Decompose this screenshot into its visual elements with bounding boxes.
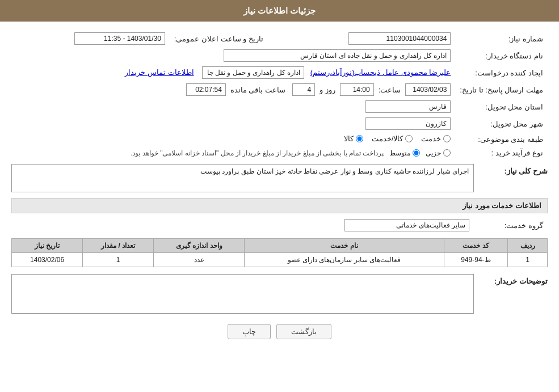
created-by-link[interactable]: علیرضا محمودی عامل ذیحساب(نورآباد،رستم) <box>310 68 451 77</box>
buyer-notes-label: توضیحات خریدار: <box>480 274 548 285</box>
table-cell-date: 1403/02/06 <box>12 253 83 267</box>
table-cell-code: ط-94-949 <box>444 253 508 267</box>
table-cell-row: 1 <box>508 253 548 267</box>
table-cell-quantity: 1 <box>83 253 154 267</box>
request-number-label: شماره نیاز: <box>455 30 548 47</box>
remaining-label: ساعت باقی مانده <box>230 86 285 94</box>
contact-link[interactable]: اطلاعات تماس خریدار <box>125 68 194 77</box>
public-date-label: تاریخ و ساعت اعلان عمومی: <box>170 30 268 47</box>
buyer-notes-textarea[interactable] <box>11 274 474 314</box>
created-by-label: ایجاد کننده درخواست: <box>455 64 548 81</box>
col-header-row: ردیف <box>508 239 548 253</box>
page-title: جزئیات اطلاعات نیاز <box>243 6 316 15</box>
buyer-org-label: نام دستگاه خریدار: <box>455 47 548 64</box>
service-group-value: سایر فعالیت‌های خدماتی <box>344 219 469 231</box>
response-time: 14:00 <box>340 83 374 96</box>
buttons-row: بازگشت چاپ <box>11 324 548 351</box>
category-radio-goods[interactable]: کالا <box>344 134 363 143</box>
col-header-date: تاریخ نیاز <box>12 239 83 253</box>
city-value: کازرون <box>365 117 451 130</box>
process-radio-medium[interactable]: متوسط <box>389 149 420 157</box>
process-radio-minor[interactable]: جزیی <box>426 149 451 157</box>
table-row: 1ط-94-949فعالیت‌های سایر سازمان‌های دارا… <box>12 253 548 267</box>
response-days-label: روز و <box>320 86 335 94</box>
table-cell-name: فعالیت‌های سایر سازمان‌های دارای عضو <box>245 253 444 267</box>
province-value: فارس <box>365 100 451 113</box>
response-remaining: 02:07:54 <box>186 83 226 96</box>
org-value: اداره کل راهداری و حمل و نقل جا <box>202 66 304 79</box>
col-header-name: نام خدمت <box>245 239 444 253</box>
buyer-org-value: اداره کل راهداری و حمل و نقل جاده ای است… <box>224 49 451 62</box>
public-date-value: 1403/01/30 - 11:35 <box>74 32 165 45</box>
process-label: نوع فرآیند خرید : <box>455 146 548 159</box>
col-header-qty: تعداد / مقدار <box>83 239 154 253</box>
table-cell-unit: عدد <box>154 253 245 267</box>
category-label: طبقه بندی موضوعی: <box>455 132 548 146</box>
description-text: اجرای شیار لرزاننده حاشیه کناری وسط و نو… <box>200 167 469 175</box>
description-content: اجرای شیار لرزاننده حاشیه کناری وسط و نو… <box>11 164 474 192</box>
description-section-label: شرح کلی نیاز: <box>480 164 548 175</box>
category-radio-both[interactable]: کالا/خدمت <box>372 134 413 143</box>
col-header-code: کد خدمت <box>444 239 508 253</box>
print-button[interactable]: چاپ <box>228 324 271 339</box>
response-time-label: ساعت: <box>379 86 401 94</box>
back-button[interactable]: بازگشت <box>276 324 331 339</box>
response-days: 4 <box>292 83 315 96</box>
province-label: استان محل تحویل: <box>455 98 548 115</box>
response-deadline-label: مهلت ارسال پاسخ: تا تاریخ: <box>455 81 548 98</box>
response-date: 1403/02/03 <box>405 83 451 96</box>
services-table: ردیف کد خدمت نام خدمت واحد اندازه گیری ت… <box>11 238 548 267</box>
category-radio-service[interactable]: خدمت <box>421 134 451 143</box>
col-header-unit: واحد اندازه گیری <box>154 239 245 253</box>
service-group-label: گروه خدمت: <box>474 217 548 234</box>
page-header: جزئیات اطلاعات نیاز <box>0 0 559 22</box>
city-label: شهر محل تحویل: <box>455 115 548 132</box>
request-number-value: 1103001044000034 <box>348 32 451 45</box>
process-note: پرداخت تمام یا بخشی از مبلغ خریدار از مب… <box>131 149 384 157</box>
services-section-title: اطلاعات خدمات مورد نیاز <box>11 198 548 213</box>
